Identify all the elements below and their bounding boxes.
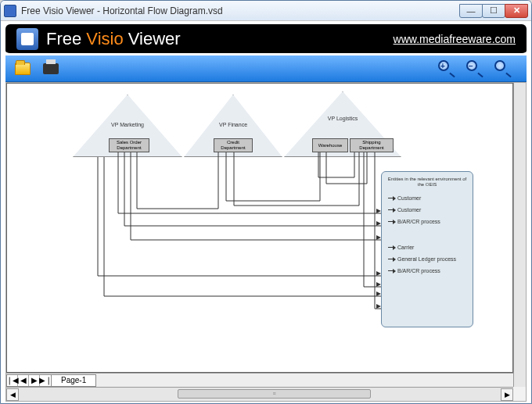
- brand-logo-icon: [16, 28, 38, 50]
- horizontal-scrollbar[interactable]: ◀ ≡ ▶: [6, 387, 513, 401]
- brand-accent: Visio: [86, 29, 123, 48]
- svg-marker-1: [376, 221, 381, 226]
- brand-title: Free Visio Viewer: [46, 29, 181, 49]
- diagram: VP Marketing Sales Order Department VP F…: [7, 84, 512, 372]
- zoom-out-icon: −: [466, 60, 483, 77]
- last-page-button[interactable]: ▶❘: [40, 375, 51, 386]
- window-buttons: — ☐ ✕: [460, 4, 528, 18]
- brand-post: Viewer: [124, 29, 181, 48]
- next-page-button[interactable]: ▶: [29, 375, 40, 386]
- content-area: VP Marketing Sales Order Department VP F…: [5, 82, 527, 402]
- toolbar: + −: [5, 55, 527, 82]
- svg-marker-2: [376, 235, 381, 240]
- svg-marker-5: [376, 291, 381, 296]
- zoom-in-icon: +: [438, 60, 455, 77]
- prev-page-button[interactable]: ◀: [18, 375, 29, 386]
- svg-marker-6: [376, 304, 381, 309]
- zoom-fit-button[interactable]: [492, 59, 514, 79]
- svg-marker-3: [376, 271, 381, 276]
- vertical-scrollbar[interactable]: [513, 83, 526, 387]
- zoom-out-button[interactable]: −: [464, 59, 486, 79]
- zoom-fit-icon: [494, 60, 512, 77]
- svg-marker-4: [376, 282, 381, 287]
- scrollbar-track[interactable]: ≡: [19, 388, 501, 401]
- scrollbar-thumb[interactable]: ≡: [178, 389, 370, 399]
- zoom-in-button[interactable]: +: [436, 59, 458, 79]
- page-tab-bar: ❘◀ ◀ ▶ ▶❘ Page-1: [6, 373, 513, 387]
- folder-icon: [15, 63, 31, 75]
- app-icon: [4, 5, 16, 17]
- scroll-right-button[interactable]: ▶: [501, 388, 513, 401]
- brand-pre: Free: [46, 29, 86, 48]
- svg-marker-0: [376, 209, 381, 213]
- close-button[interactable]: ✕: [505, 4, 528, 18]
- first-page-button[interactable]: ❘◀: [7, 375, 18, 386]
- minimize-button[interactable]: —: [459, 4, 483, 18]
- maximize-button[interactable]: ☐: [482, 4, 505, 18]
- brand-bar: Free Visio Viewer www.mediafreeware.com: [5, 24, 527, 55]
- page-nav: ❘◀ ◀ ▶ ▶❘: [6, 374, 52, 387]
- title-bar: Free Visio Viewer - Horizontal Flow Diag…: [1, 1, 531, 21]
- connectors: [7, 84, 512, 372]
- scroll-left-button[interactable]: ◀: [6, 388, 19, 401]
- window-title: Free Visio Viewer - Horizontal Flow Diag…: [21, 5, 460, 16]
- page-tab[interactable]: Page-1: [52, 374, 96, 387]
- open-file-button[interactable]: [12, 59, 34, 79]
- app-window: Free Visio Viewer - Horizontal Flow Diag…: [0, 0, 532, 404]
- brand-url-link[interactable]: www.mediafreeware.com: [394, 33, 516, 45]
- print-button[interactable]: [40, 59, 62, 79]
- diagram-canvas[interactable]: VP Marketing Sales Order Department VP F…: [6, 83, 513, 373]
- printer-icon: [43, 63, 59, 74]
